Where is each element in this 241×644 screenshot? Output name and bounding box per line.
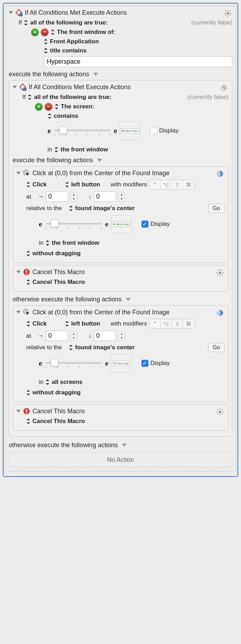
gear-progress-icon[interactable] <box>216 308 225 317</box>
cancel-option[interactable]: Cancel This Macro <box>32 279 85 286</box>
remove-condition-button[interactable]: − <box>41 28 49 36</box>
condition-predicate[interactable]: contains <box>54 113 78 120</box>
alert-icon <box>23 268 30 276</box>
image-well[interactable]: ✉ New Msg <box>111 354 132 372</box>
fuzziness-slider[interactable]: e e <box>39 219 109 229</box>
right-arrow-icon: → <box>37 332 44 339</box>
x-stepper[interactable]: ▲▼ <box>70 192 77 202</box>
selector-icon[interactable] <box>54 147 58 152</box>
disclosure-icon[interactable] <box>9 11 13 14</box>
fuzziness-slider[interactable]: e e <box>39 358 109 368</box>
selector-icon[interactable] <box>24 20 28 26</box>
gear-icon[interactable] <box>223 9 232 18</box>
disclosure-icon[interactable] <box>16 271 21 273</box>
selector-icon[interactable] <box>26 251 30 256</box>
click-type[interactable]: Click <box>32 320 47 327</box>
control-key-toggle[interactable]: ⌃ <box>149 180 161 189</box>
selector-icon[interactable] <box>65 182 69 187</box>
selector-icon[interactable] <box>28 94 32 100</box>
relative-target[interactable]: found image's center <box>75 205 134 212</box>
shift-key-toggle[interactable]: ⇧ <box>172 319 183 328</box>
command-key-toggle[interactable]: ⌘ <box>183 180 194 189</box>
x-offset-input[interactable] <box>46 331 68 341</box>
x-offset-input[interactable] <box>46 192 68 202</box>
command-key-toggle[interactable]: ⌘ <box>183 319 194 328</box>
gear-timed-icon[interactable] <box>219 83 228 92</box>
selector-icon[interactable] <box>48 113 52 119</box>
selector-icon[interactable] <box>69 345 73 350</box>
selector-icon[interactable] <box>26 418 30 424</box>
go-button[interactable]: Go <box>208 343 225 352</box>
mouse-button[interactable]: left button <box>71 181 100 188</box>
selector-icon[interactable] <box>26 390 30 395</box>
y-offset-input[interactable] <box>94 192 116 202</box>
scope-selector[interactable]: the front window <box>60 146 108 153</box>
selector-icon[interactable] <box>45 379 50 385</box>
svg-rect-5 <box>227 15 228 17</box>
condition-value-input[interactable] <box>44 56 232 67</box>
section-disclosure-icon[interactable] <box>126 298 131 301</box>
add-condition-button[interactable]: + <box>35 103 43 110</box>
y-stepper[interactable]: ▲▼ <box>118 331 125 341</box>
no-action-placeholder[interactable]: No Action <box>9 452 232 467</box>
disclosure-icon[interactable] <box>13 86 17 88</box>
disclosure-icon[interactable] <box>16 410 21 413</box>
display-checkbox[interactable] <box>141 360 148 367</box>
selector-icon[interactable] <box>26 279 30 285</box>
option-key-toggle[interactable]: ⌥ <box>161 319 172 328</box>
section-disclosure-icon[interactable] <box>93 73 98 76</box>
otherwise-label: otherwise execute the following actions <box>13 296 122 303</box>
mouse-button[interactable]: left button <box>71 320 100 327</box>
selector-icon[interactable] <box>44 39 48 44</box>
section-disclosure-icon[interactable] <box>122 444 127 447</box>
selector-icon[interactable] <box>44 48 48 53</box>
disclosure-icon[interactable] <box>16 172 21 174</box>
fuzziness-slider[interactable]: e e <box>48 126 117 136</box>
drag-mode[interactable]: without dragging <box>32 389 81 396</box>
click-type[interactable]: Click <box>32 181 47 188</box>
scope-selector[interactable]: the front window <box>52 239 99 246</box>
condition-subject[interactable]: The screen: <box>61 103 94 110</box>
e-blur-icon: e <box>48 126 51 135</box>
selector-icon[interactable] <box>26 182 30 187</box>
scope-selector[interactable]: all screens <box>52 379 82 386</box>
selector-icon[interactable] <box>54 104 59 109</box>
drag-mode[interactable]: without dragging <box>32 250 81 257</box>
svg-rect-26 <box>222 272 224 273</box>
gear-icon[interactable] <box>216 407 225 416</box>
go-button[interactable]: Go <box>208 204 225 213</box>
condition-predicate[interactable]: title contains <box>50 47 87 54</box>
image-well[interactable]: ✚ New Order <box>111 215 132 233</box>
svg-rect-30 <box>217 274 219 275</box>
selector-icon[interactable] <box>26 321 30 327</box>
disclosure-icon[interactable] <box>16 311 21 314</box>
in-label: in <box>48 146 52 153</box>
relative-target[interactable]: found image's center <box>75 344 134 351</box>
selector-icon[interactable] <box>65 321 69 327</box>
gear-icon[interactable] <box>216 268 225 277</box>
shift-key-toggle[interactable]: ⇧ <box>172 180 183 189</box>
selector-icon[interactable] <box>51 29 55 35</box>
selector-icon[interactable] <box>45 240 50 246</box>
add-condition-button[interactable]: + <box>31 28 39 36</box>
option-key-toggle[interactable]: ⌥ <box>161 180 172 189</box>
selector-icon[interactable] <box>69 206 73 211</box>
macro-editor: If All Conditions Met Execute Actions If… <box>3 3 238 477</box>
section-disclosure-icon[interactable] <box>97 159 102 162</box>
match-mode[interactable]: all of the following are true: <box>30 19 108 26</box>
y-offset-input[interactable] <box>94 331 116 341</box>
gear-progress-icon[interactable] <box>216 169 225 178</box>
cancel-option[interactable]: Cancel This Macro <box>32 418 85 425</box>
x-stepper[interactable]: ▲▼ <box>70 331 77 341</box>
condition-subject[interactable]: The front window of: <box>57 29 115 36</box>
svg-rect-35 <box>26 409 27 412</box>
control-key-toggle[interactable]: ⌃ <box>149 319 161 328</box>
display-checkbox[interactable] <box>150 127 157 134</box>
svg-rect-20 <box>26 270 27 273</box>
remove-condition-button[interactable]: − <box>45 103 52 110</box>
match-mode[interactable]: all of the following are true: <box>34 94 111 101</box>
image-well[interactable]: ✚ New Order <box>119 122 140 140</box>
display-checkbox[interactable] <box>141 221 148 228</box>
condition-app[interactable]: Front Application <box>50 38 99 45</box>
y-stepper[interactable]: ▲▼ <box>118 192 125 202</box>
